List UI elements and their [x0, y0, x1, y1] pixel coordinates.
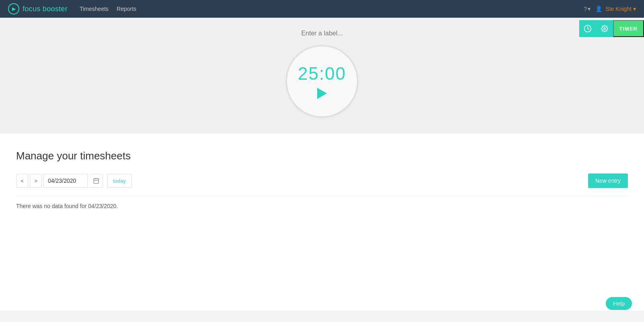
- nav-links: Timesheets Reports: [80, 6, 136, 12]
- date-input[interactable]: [43, 174, 88, 188]
- timer-section: 25:00: [0, 18, 644, 134]
- date-prev-btn[interactable]: <: [16, 174, 28, 188]
- svg-point-1: [603, 28, 605, 30]
- navbar: ▶ focus booster Timesheets Reports ? ▾ 👤…: [0, 0, 644, 18]
- today-btn[interactable]: today: [107, 174, 132, 188]
- section-title: Manage your timesheets: [16, 150, 628, 162]
- user-menu-btn[interactable]: 👤 Ste Knight ▾: [595, 6, 636, 12]
- help-dropdown-btn[interactable]: ? ▾: [584, 6, 591, 12]
- timer-gear-btn[interactable]: [596, 20, 613, 37]
- new-entry-btn[interactable]: New entry: [588, 173, 628, 188]
- timesheets-section: Manage your timesheets < > today New ent…: [0, 134, 644, 311]
- date-controls: < > today New entry: [16, 173, 628, 188]
- timer-label-input[interactable]: [262, 30, 382, 37]
- svg-rect-2: [94, 179, 99, 184]
- timer-controls: TIMER: [579, 20, 644, 37]
- calendar-btn[interactable]: [89, 174, 103, 188]
- nav-timesheets[interactable]: Timesheets: [80, 6, 109, 12]
- date-next-btn[interactable]: >: [30, 174, 42, 188]
- no-data-message: There was no data found for 04/23/2020.: [16, 203, 628, 209]
- gear-icon: [601, 25, 608, 32]
- brand-name: focus booster: [23, 5, 68, 13]
- help-button[interactable]: Help: [606, 297, 632, 310]
- navbar-right: ? ▾ 👤 Ste Knight ▾: [584, 6, 636, 12]
- brand: ▶ focus booster: [8, 3, 68, 14]
- timer-circle: 25:00: [286, 45, 358, 118]
- play-icon: [317, 88, 327, 99]
- brand-icon: ▶: [8, 3, 19, 14]
- timer-label-btn[interactable]: TIMER: [613, 20, 644, 37]
- date-divider: [16, 196, 628, 196]
- play-button[interactable]: [317, 88, 327, 99]
- calendar-icon: [93, 178, 99, 184]
- nav-reports[interactable]: Reports: [117, 6, 136, 12]
- clock-icon: [584, 25, 592, 33]
- timer-display: 25:00: [298, 64, 346, 84]
- timer-clock-btn[interactable]: [579, 20, 596, 37]
